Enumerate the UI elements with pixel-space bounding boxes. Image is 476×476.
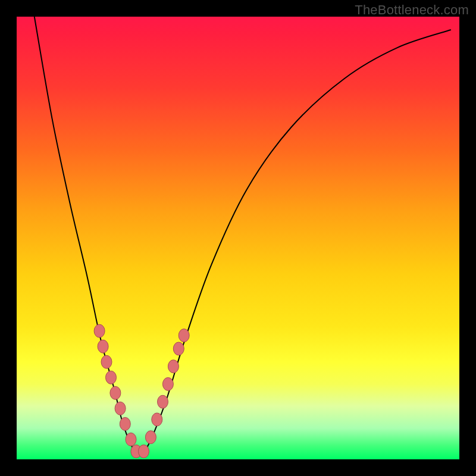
marker-dot bbox=[110, 386, 121, 399]
marker-dot bbox=[126, 433, 136, 446]
watermark-text: TheBottleneck.com bbox=[355, 2, 469, 18]
marker-dots bbox=[94, 324, 189, 458]
bottleneck-curve bbox=[35, 17, 450, 455]
marker-dot bbox=[145, 431, 156, 444]
marker-dot bbox=[115, 402, 126, 415]
marker-dot bbox=[94, 324, 105, 337]
marker-dot bbox=[152, 413, 162, 426]
marker-dot bbox=[120, 418, 130, 431]
curve-svg bbox=[17, 17, 459, 459]
marker-dot bbox=[173, 342, 184, 355]
marker-dot bbox=[139, 445, 149, 458]
marker-dot bbox=[106, 371, 117, 384]
marker-dot bbox=[101, 355, 112, 368]
chart-frame: TheBottleneck.com bbox=[0, 0, 476, 476]
plot-area bbox=[17, 17, 459, 459]
marker-dot bbox=[98, 340, 108, 353]
marker-dot bbox=[158, 395, 168, 408]
marker-dot bbox=[168, 360, 178, 373]
marker-dot bbox=[178, 329, 189, 342]
marker-dot bbox=[162, 378, 173, 391]
